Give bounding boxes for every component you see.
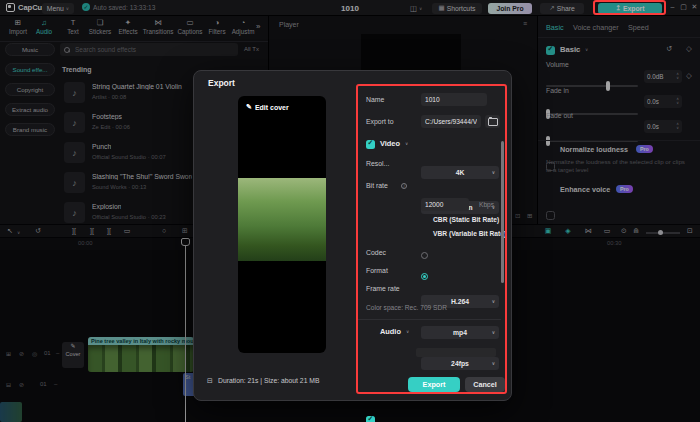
chevron-down-icon[interactable]: ∨ (406, 329, 409, 334)
vbr-label: VBR (Variable Bit Rate) (433, 230, 506, 237)
export-dialog: Export ✎ Edit cover ⊟ Duration: 21s | Si… (193, 70, 512, 401)
video-checkbox[interactable] (366, 140, 375, 149)
chevron-down-icon: ∨ (492, 170, 495, 175)
framerate-dropdown[interactable]: 24fps ∨ (421, 357, 499, 370)
dialog-export-button[interactable]: Export (408, 377, 460, 392)
duration-icon: ⊟ (207, 377, 213, 385)
resolution-label: Resol... (366, 160, 389, 167)
bitrate-unit-label: Kbps (479, 201, 494, 208)
audio-checkbox[interactable] (366, 416, 375, 422)
dialog-title: Export (208, 78, 235, 88)
colorspace-text: Color space: Rec. 709 SDR (366, 304, 447, 311)
dialog-cancel-button[interactable]: Cancel (465, 377, 505, 392)
codec-label: Codec (366, 249, 386, 256)
bitrate-value-input[interactable] (421, 198, 469, 211)
info-icon: i (401, 183, 407, 189)
chevron-down-icon[interactable]: ∨ (405, 141, 408, 146)
format-dropdown[interactable]: mp4 ∨ (421, 326, 499, 339)
capcut-window: CapCut Menu ∨ ✓ Auto saved: 13:33:13 101… (0, 0, 700, 422)
edit-cover-button[interactable]: ✎ Edit cover (246, 103, 289, 111)
cbr-radio[interactable] (421, 252, 428, 259)
folder-icon (488, 118, 498, 126)
audio-section-label: Audio (380, 327, 401, 336)
export-info-text: Duration: 21s | Size: about 21 MB (218, 377, 320, 384)
edit-icon: ✎ (246, 103, 252, 111)
cbr-label: CBR (Static Bit Rate) (433, 216, 499, 223)
chevron-down-icon: ∨ (492, 330, 495, 335)
format-label: Format (366, 267, 388, 274)
dialog-scrollbar[interactable] (501, 141, 504, 283)
bitrate-label: Bit rate (366, 182, 388, 189)
name-label: Name (366, 96, 384, 103)
resolution-dropdown[interactable]: 4K ∨ (421, 166, 499, 179)
name-input[interactable] (421, 93, 487, 106)
framerate-label: Frame rate (366, 285, 400, 292)
chevron-down-icon: ∨ (492, 299, 495, 304)
audio-format-field-partial[interactable] (416, 348, 496, 357)
export-path-input[interactable] (421, 115, 481, 128)
video-section-label: Video (380, 139, 400, 148)
cover-preview: ✎ Edit cover (238, 96, 326, 353)
export-to-label: Export to (366, 118, 394, 125)
cover-image (238, 178, 326, 261)
chevron-down-icon: ∨ (492, 361, 495, 366)
browse-folder-button[interactable] (485, 115, 500, 128)
vbr-radio[interactable] (421, 273, 428, 280)
